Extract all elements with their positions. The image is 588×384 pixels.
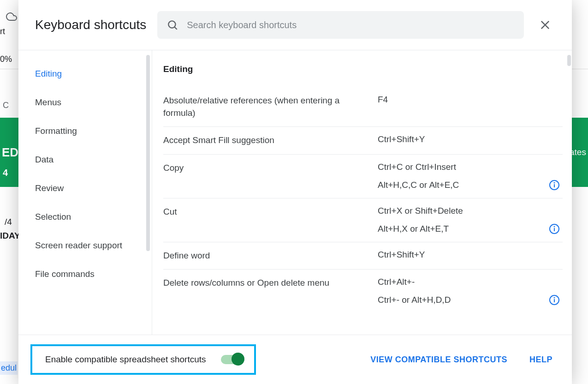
shortcuts-dialog: Keyboard shortcuts EditingMenusFormattin… — [18, 0, 572, 384]
shortcut-description: Copy — [163, 162, 378, 174]
key-text: Ctrl+Alt+- — [378, 277, 415, 287]
shortcut-keys: Ctrl+X or Shift+DeleteAlt+H,X or Alt+E,T — [378, 206, 563, 234]
toggle-label: Enable compatible spreadsheet shortcuts — [45, 354, 206, 365]
key-line: Ctrl+X or Shift+Delete — [378, 206, 563, 216]
info-icon[interactable] — [549, 294, 560, 306]
dialog-footer: Enable compatible spreadsheet shortcuts … — [18, 335, 572, 384]
shortcut-row: Accept Smart Fill suggestionCtrl+Shift+Y — [163, 127, 563, 155]
key-line: Ctrl+Shift+Y — [378, 134, 563, 144]
sidebar-item-screen-reader-support[interactable]: Screen reader support — [18, 233, 152, 258]
key-line: F4 — [378, 95, 563, 105]
shortcut-description: Define word — [163, 250, 378, 262]
sidebar-scrollbar[interactable] — [146, 55, 150, 251]
sidebar-item-editing[interactable]: Editing — [18, 61, 152, 86]
shortcut-row: Delete rows/columns or Open delete menuC… — [163, 270, 563, 313]
shortcut-description: Delete rows/columns or Open delete menu — [163, 277, 378, 289]
bg-text-edul: edul — [0, 361, 18, 375]
search-icon — [166, 19, 178, 31]
key-text: F4 — [378, 95, 388, 105]
key-text: Alt+H,C,C or Alt+E,C — [378, 180, 459, 190]
sidebar-item-review[interactable]: Review — [18, 176, 152, 201]
key-text: Ctrl+- or Alt+H,D,D — [378, 295, 451, 305]
shortcut-keys: Ctrl+Shift+Y — [378, 134, 563, 144]
svg-point-6 — [554, 182, 555, 183]
shortcut-row: Define wordCtrl+Shift+Y — [163, 242, 563, 270]
bg-text-zoom: 0% — [0, 54, 12, 64]
shortcut-row: CutCtrl+X or Shift+DeleteAlt+H,X or Alt+… — [163, 198, 563, 242]
sidebar-item-menus[interactable]: Menus — [18, 90, 152, 115]
bg-text-day: IDAY — [0, 231, 20, 241]
cloud-icon — [6, 11, 17, 22]
bg-text-frac: /4 — [5, 217, 12, 227]
search-input[interactable] — [187, 20, 515, 30]
sidebar: EditingMenusFormattingDataReviewSelectio… — [18, 50, 152, 335]
bg-text-rt: rt — [0, 27, 5, 36]
bg-green-right: ates — [570, 118, 588, 187]
sidebar-item-file-commands[interactable]: File commands — [18, 262, 152, 287]
search-container[interactable] — [157, 11, 524, 39]
key-line: Ctrl+- or Alt+H,D,D — [378, 294, 563, 306]
svg-point-12 — [554, 298, 555, 298]
content-panel: Editing Absolute/relative references (wh… — [152, 50, 572, 335]
key-text: Ctrl+Shift+Y — [378, 134, 425, 144]
dialog-header: Keyboard shortcuts — [18, 0, 572, 50]
shortcut-description: Accept Smart Fill suggestion — [163, 134, 378, 147]
view-compatible-link[interactable]: VIEW COMPATIBLE SHORTCUTS — [365, 351, 513, 368]
shortcut-keys: Ctrl+Alt+-Ctrl+- or Alt+H,D,D — [378, 277, 563, 306]
shortcut-keys: Ctrl+C or Ctrl+InsertAlt+H,C,C or Alt+E,… — [378, 162, 563, 191]
content-scrollbar[interactable] — [567, 55, 571, 66]
key-line: Ctrl+Alt+- — [378, 277, 563, 287]
section-title: Editing — [163, 64, 563, 74]
key-line: Ctrl+Shift+Y — [378, 250, 563, 260]
key-text: Alt+H,X or Alt+E,T — [378, 224, 449, 234]
dialog-title: Keyboard shortcuts — [35, 18, 146, 32]
shortcut-description: Absolute/relative references (when enter… — [163, 95, 378, 119]
svg-point-9 — [554, 226, 555, 227]
key-text: Ctrl+Shift+Y — [378, 250, 425, 260]
shortcut-row: Absolute/relative references (when enter… — [163, 87, 563, 127]
help-link[interactable]: HELP — [524, 351, 558, 368]
sidebar-item-data[interactable]: Data — [18, 147, 152, 172]
close-button[interactable] — [535, 15, 555, 35]
sidebar-item-formatting[interactable]: Formatting — [18, 119, 152, 144]
shortcut-keys: Ctrl+Shift+Y — [378, 250, 563, 260]
svg-point-0 — [169, 21, 176, 28]
shortcut-row: CopyCtrl+C or Ctrl+InsertAlt+H,C,C or Al… — [163, 155, 563, 198]
key-line: Alt+H,C,C or Alt+E,C — [378, 180, 563, 191]
info-icon[interactable] — [549, 223, 560, 234]
sidebar-item-selection[interactable]: Selection — [18, 204, 152, 229]
key-text: Ctrl+X or Shift+Delete — [378, 206, 463, 216]
key-text: Ctrl+C or Ctrl+Insert — [378, 162, 456, 172]
shortcut-keys: F4 — [378, 95, 563, 105]
info-icon[interactable] — [549, 180, 560, 191]
toggle-highlight-box: Enable compatible spreadsheet shortcuts — [30, 344, 256, 375]
bg-green-num: 4 — [3, 168, 8, 178]
svg-line-1 — [175, 27, 177, 30]
shortcut-description: Cut — [163, 206, 378, 218]
dialog-body: EditingMenusFormattingDataReviewSelectio… — [18, 50, 572, 335]
key-line: Alt+H,X or Alt+E,T — [378, 223, 563, 234]
compat-toggle[interactable] — [221, 355, 243, 364]
toggle-knob — [232, 353, 244, 366]
key-line: Ctrl+C or Ctrl+Insert — [378, 162, 563, 172]
bg-text-c: C — [3, 101, 9, 110]
